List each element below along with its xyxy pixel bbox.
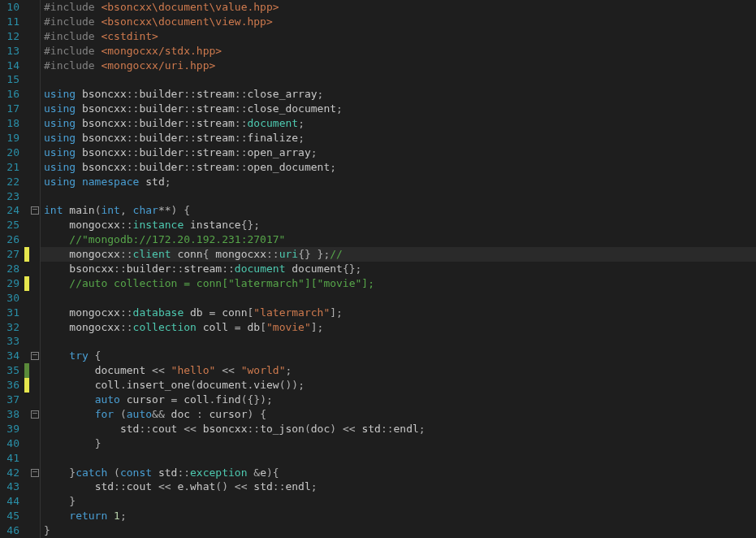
line-number: 42 — [0, 466, 19, 480]
code-line[interactable]: std::cout << e.what() << std::endl; — [41, 479, 756, 494]
line-number: 27 — [0, 247, 19, 262]
code-line[interactable]: try { — [41, 349, 756, 363]
line-number-gutter: 1011121314151617181920212223242526272829… — [0, 0, 24, 538]
code-line[interactable] — [41, 72, 756, 87]
line-number: 18 — [0, 116, 19, 131]
code-line[interactable]: for (auto&& doc : cursor) { — [41, 407, 756, 422]
code-line[interactable]: using namespace std; — [41, 175, 756, 189]
line-number: 39 — [0, 422, 19, 436]
code-line[interactable]: //auto collection = conn["latermarch"]["… — [41, 276, 756, 291]
code-line[interactable]: bsoncxx::builder::stream::document docum… — [41, 262, 756, 276]
code-editor[interactable]: #include <bsoncxx\document\value.hpp>#in… — [41, 0, 756, 538]
code-line[interactable]: auto cursor = coll.find({}); — [41, 393, 756, 407]
line-number: 45 — [0, 509, 19, 523]
line-number: 10 — [0, 0, 19, 15]
code-line[interactable]: #include <cstdint> — [41, 29, 756, 44]
code-line[interactable]: #include <bsoncxx\document\value.hpp> — [41, 0, 756, 15]
fold-toggle-icon[interactable] — [29, 349, 40, 363]
line-number: 38 — [0, 407, 19, 422]
code-line[interactable]: using bsoncxx::builder::stream::open_arr… — [41, 145, 756, 160]
line-number: 20 — [0, 145, 19, 160]
line-number: 12 — [0, 29, 19, 44]
line-number: 23 — [0, 189, 19, 204]
line-number: 46 — [0, 523, 19, 538]
line-number: 26 — [0, 232, 19, 247]
fold-gutter — [29, 0, 41, 538]
code-line[interactable]: using bsoncxx::builder::stream::finalize… — [41, 131, 756, 145]
code-line[interactable]: std::cout << bsoncxx::to_json(doc) << st… — [41, 422, 756, 436]
line-number: 15 — [0, 72, 19, 87]
line-number: 44 — [0, 494, 19, 509]
line-number: 34 — [0, 349, 19, 363]
code-line[interactable]: } — [41, 523, 756, 538]
line-number: 30 — [0, 291, 19, 306]
code-line[interactable]: using bsoncxx::builder::stream::open_doc… — [41, 160, 756, 175]
code-line[interactable]: coll.insert_one(document.view()); — [41, 378, 756, 393]
code-line[interactable]: using bsoncxx::builder::stream::close_ar… — [41, 87, 756, 102]
code-line[interactable] — [41, 451, 756, 466]
fold-toggle-icon[interactable] — [29, 407, 40, 422]
line-number: 22 — [0, 175, 19, 189]
code-line[interactable]: //"mongodb://172.20.192.231:27017" — [41, 232, 756, 247]
code-line[interactable]: using bsoncxx::builder::stream::close_do… — [41, 102, 756, 116]
line-number: 25 — [0, 218, 19, 232]
line-number: 37 — [0, 393, 19, 407]
line-number: 36 — [0, 378, 19, 393]
line-number: 17 — [0, 102, 19, 116]
line-number: 41 — [0, 451, 19, 466]
line-number: 24 — [0, 203, 19, 218]
line-number: 31 — [0, 306, 19, 320]
code-line[interactable]: mongocxx::database db = conn["latermarch… — [41, 306, 756, 320]
line-number: 21 — [0, 160, 19, 175]
fold-toggle-icon[interactable] — [29, 203, 40, 218]
code-line[interactable]: mongocxx::client conn{ mongocxx::uri{} }… — [41, 247, 756, 262]
code-line[interactable] — [41, 334, 756, 349]
code-line[interactable]: mongocxx::instance instance{}; — [41, 218, 756, 232]
line-number: 14 — [0, 59, 19, 73]
code-line[interactable]: } — [41, 436, 756, 451]
code-line[interactable]: mongocxx::collection coll = db["movie"]; — [41, 320, 756, 335]
line-number: 32 — [0, 320, 19, 335]
line-number: 16 — [0, 87, 19, 102]
code-line[interactable]: document << "hello" << "world"; — [41, 363, 756, 378]
line-number: 11 — [0, 15, 19, 29]
code-line[interactable]: #include <mongocxx/uri.hpp> — [41, 59, 756, 73]
line-number: 40 — [0, 436, 19, 451]
code-line[interactable]: }catch (const std::exception &e){ — [41, 466, 756, 480]
line-number: 43 — [0, 479, 19, 494]
line-number: 33 — [0, 334, 19, 349]
code-line[interactable]: #include <bsoncxx\document\view.hpp> — [41, 15, 756, 29]
code-line[interactable] — [41, 291, 756, 306]
line-number: 28 — [0, 262, 19, 276]
code-line[interactable]: } — [41, 494, 756, 509]
line-number: 13 — [0, 44, 19, 59]
code-line[interactable]: int main(int, char**) { — [41, 203, 756, 218]
line-number: 35 — [0, 363, 19, 378]
code-line[interactable]: #include <mongocxx/stdx.hpp> — [41, 44, 756, 59]
code-line[interactable] — [41, 189, 756, 204]
code-line[interactable]: using bsoncxx::builder::stream::document… — [41, 116, 756, 131]
fold-toggle-icon[interactable] — [29, 466, 40, 480]
line-number: 19 — [0, 131, 19, 145]
line-number: 29 — [0, 276, 19, 291]
code-line[interactable]: return 1; — [41, 509, 756, 523]
